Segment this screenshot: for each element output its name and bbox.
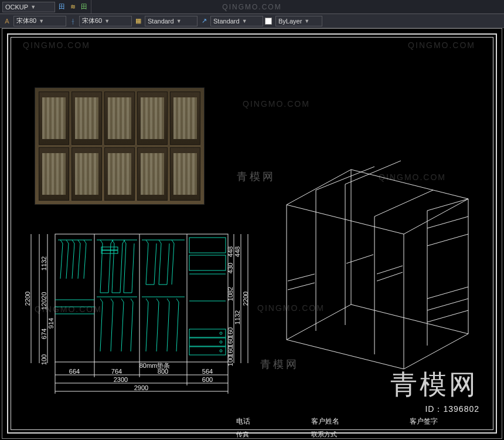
svg-text:664: 664 [69, 368, 80, 375]
svg-text:2200: 2200 [242, 292, 249, 306]
textstyle-dropdown[interactable]: 宋体80 ▼ [13, 16, 66, 26]
block-dropdown[interactable]: OCKUP ▼ [2, 2, 55, 12]
svg-text:160: 160 [227, 327, 234, 338]
svg-rect-19 [189, 338, 226, 346]
svg-text:600: 600 [202, 376, 213, 383]
chevron-down-icon: ▼ [30, 4, 36, 10]
tb-customer-sign-label: 客户签字 [406, 412, 453, 430]
wardrobe-isometric [251, 134, 486, 381]
tablestyle-icon[interactable]: ▦ [134, 16, 143, 26]
svg-text:674: 674 [40, 329, 47, 339]
svg-text:800: 800 [158, 368, 168, 375]
layer-state-icon[interactable]: 田 [79, 2, 88, 12]
chevron-down-icon: ▼ [304, 18, 309, 24]
drawing-canvas[interactable]: QINGMO.COM QINGMO.COM QINGMO.COM QINGMO.… [2, 28, 502, 439]
app-topbar: QINGMO.COM OCKUP ▼ 田 ≋ 田 [0, 0, 504, 14]
tb-contact-label: 联系方式 [308, 430, 353, 438]
svg-text:1132: 1132 [234, 310, 241, 324]
svg-text:564: 564 [202, 368, 213, 375]
dimstyle-icon[interactable]: ⟊ [68, 16, 77, 26]
dimstyle-dropdown[interactable]: 宋体60 ▼ [79, 16, 132, 26]
svg-text:448: 448 [234, 246, 241, 257]
dimstyle-label: 宋体60 [82, 16, 102, 25]
color-swatch[interactable] [265, 18, 272, 25]
svg-text:430: 430 [227, 263, 234, 273]
svg-rect-12 [101, 247, 118, 250]
titleblock: 电话 客户姓名 客户签字 [10, 412, 494, 430]
textstyle-label: 宋体80 [16, 16, 36, 25]
chevron-down-icon: ▼ [176, 18, 182, 24]
mleader-icon[interactable]: ↗ [199, 16, 209, 26]
wardrobe-photo [35, 87, 205, 205]
svg-text:2200: 2200 [24, 292, 31, 306]
mleader-label: Standard [213, 18, 240, 25]
chevron-down-icon: ▼ [39, 18, 44, 24]
svg-point-22 [220, 341, 222, 343]
svg-text:2300: 2300 [114, 376, 128, 383]
block-dd-label: OCKUP [5, 4, 28, 11]
svg-text:1082: 1082 [227, 287, 234, 301]
svg-text:448: 448 [227, 246, 234, 257]
svg-marker-61 [287, 304, 468, 369]
svg-text:764: 764 [111, 368, 122, 375]
svg-text:2900: 2900 [134, 384, 148, 391]
tb-phone-label: 电话 [233, 412, 261, 430]
svg-rect-13 [101, 251, 118, 253]
svg-text:914: 914 [47, 318, 55, 329]
svg-text:1132: 1132 [40, 256, 47, 270]
layer-icon[interactable]: 田 [57, 2, 66, 12]
mleader-dropdown[interactable]: Standard ▼ [210, 16, 263, 26]
layers-stack-icon[interactable]: ≋ [68, 2, 77, 12]
elevation-2d: 80mm垫条 664 764 800 564 2300 600 2900 [23, 229, 251, 408]
svg-text:12020: 12020 [40, 292, 47, 310]
tb-fax-label: 传真 [233, 430, 261, 438]
tablestyle-label: Standard [148, 18, 174, 25]
svg-rect-14 [189, 238, 226, 253]
svg-rect-15 [189, 255, 226, 270]
svg-point-21 [220, 332, 222, 334]
textstyle-icon[interactable]: A [2, 16, 12, 26]
bylayer-label: ByLayer [278, 18, 302, 25]
svg-rect-18 [189, 329, 226, 337]
tb-customer-name-label: 客户姓名 [308, 412, 353, 430]
svg-rect-20 [189, 347, 226, 355]
svg-text:100: 100 [40, 354, 47, 365]
svg-rect-0 [55, 234, 228, 362]
chevron-down-icon: ▼ [242, 18, 247, 24]
bylayer-dropdown[interactable]: ByLayer ▼ [275, 16, 322, 26]
format-toolbar: A 宋体80 ▼ ⟊ 宋体60 ▼ ▦ Standard ▼ ↗ Standar… [0, 14, 504, 28]
titleblock-row2: 传真 联系方式 [10, 430, 494, 438]
chevron-down-icon: ▼ [104, 18, 110, 24]
tablestyle-dropdown[interactable]: Standard ▼ [145, 16, 197, 26]
svg-point-23 [220, 350, 222, 352]
